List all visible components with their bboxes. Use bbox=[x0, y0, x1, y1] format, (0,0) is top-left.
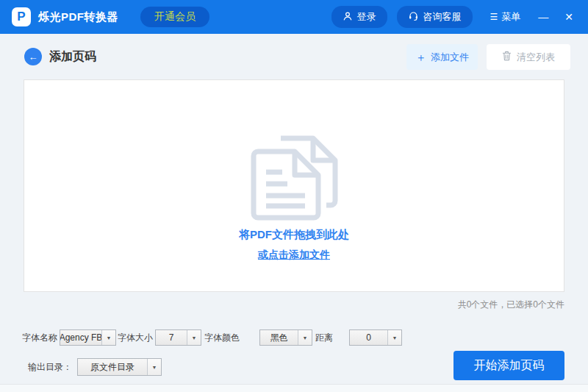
chevron-down-icon: ▼ bbox=[187, 330, 201, 345]
output-dir-value: 原文件目录 bbox=[78, 359, 147, 375]
font-size-label: 字体大小 bbox=[118, 332, 153, 344]
distance-value: 0 bbox=[350, 330, 387, 345]
click-to-add-link[interactable]: 或点击添加文件 bbox=[258, 249, 330, 262]
chevron-down-icon: ▼ bbox=[387, 330, 401, 345]
footer-strip bbox=[0, 384, 588, 392]
font-color-value: 黑色 bbox=[260, 330, 298, 345]
chevron-down-icon: ▼ bbox=[101, 330, 115, 345]
output-dir-select[interactable]: 原文件目录 ▼ bbox=[77, 358, 162, 376]
chevron-down-icon: ▼ bbox=[298, 330, 312, 345]
headset-icon bbox=[408, 10, 419, 24]
chevron-down-icon: ▼ bbox=[147, 359, 161, 375]
file-count-status: 共0个文件，已选择0个文件 bbox=[458, 299, 564, 311]
menu-button[interactable]: ☰ 菜单 bbox=[490, 10, 521, 24]
app-logo-icon: P bbox=[12, 7, 31, 26]
font-settings-row: 字体名称 Agency FB ▼ 字体大小 7 ▼ 字体颜色 黑色 ▼ 距离 0… bbox=[22, 329, 402, 346]
font-name-label: 字体名称 bbox=[22, 332, 57, 344]
start-add-page-numbers-button[interactable]: 开始添加页码 bbox=[453, 351, 564, 380]
distance-label: 距离 bbox=[315, 332, 333, 344]
add-file-label: 添加文件 bbox=[431, 51, 469, 64]
font-size-select[interactable]: 7 ▼ bbox=[155, 329, 201, 346]
open-vip-button[interactable]: 开通会员 bbox=[140, 7, 209, 27]
pdf-dropzone[interactable]: 将PDF文件拖拽到此处 或点击添加文件 bbox=[24, 79, 564, 292]
app-window: P 烁光PDF转换器 开通会员 登录 bbox=[0, 0, 588, 392]
font-size-value: 7 bbox=[156, 330, 187, 345]
font-name-value: Agency FB bbox=[60, 330, 101, 345]
close-button[interactable]: ✕ bbox=[564, 11, 573, 23]
output-dir-row: 输出目录： 原文件目录 ▼ bbox=[28, 358, 162, 376]
dropzone-hint: 将PDF文件拖拽到此处 bbox=[239, 228, 349, 242]
page-title: 添加页码 bbox=[49, 49, 96, 65]
login-button[interactable]: 登录 bbox=[331, 6, 387, 28]
titlebar-right: 登录 咨询客服 ☰ 菜单 — ✕ bbox=[331, 6, 577, 28]
app-title: 烁光PDF转换器 bbox=[38, 10, 118, 24]
customer-support-button[interactable]: 咨询客服 bbox=[397, 6, 473, 28]
plus-icon: ＋ bbox=[415, 51, 426, 63]
titlebar: P 烁光PDF转换器 开通会员 登录 bbox=[0, 0, 588, 34]
documents-icon bbox=[239, 126, 349, 224]
font-color-label: 字体颜色 bbox=[204, 332, 240, 344]
output-dir-label: 输出目录： bbox=[28, 361, 72, 374]
font-name-select[interactable]: Agency FB ▼ bbox=[60, 329, 116, 346]
back-button[interactable]: ← bbox=[24, 48, 42, 65]
distance-select[interactable]: 0 ▼ bbox=[349, 329, 402, 346]
support-label: 咨询客服 bbox=[423, 10, 462, 24]
content-area: ← 添加页码 ＋ 添加文件 清空列表 bbox=[0, 34, 588, 392]
login-label: 登录 bbox=[357, 10, 376, 24]
clear-list-button[interactable]: 清空列表 bbox=[487, 44, 570, 70]
add-file-button[interactable]: ＋ 添加文件 bbox=[406, 44, 478, 70]
font-color-select[interactable]: 黑色 ▼ bbox=[259, 329, 312, 346]
user-icon bbox=[343, 11, 353, 24]
minimize-button[interactable]: — bbox=[538, 11, 548, 23]
clear-list-label: 清空列表 bbox=[517, 51, 555, 64]
hamburger-icon: ☰ bbox=[490, 12, 498, 22]
dropzone-group: 将PDF文件拖拽到此处 或点击添加文件 bbox=[239, 126, 349, 262]
menu-label: 菜单 bbox=[501, 10, 520, 24]
trash-icon bbox=[502, 51, 512, 63]
